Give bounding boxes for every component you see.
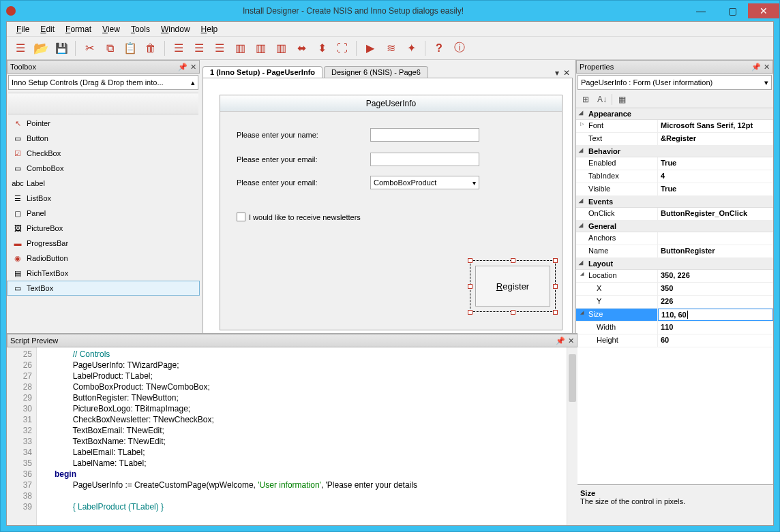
prop-row-size[interactable]: Size110, 60 <box>576 309 773 322</box>
plugin-icon[interactable]: ✦ <box>402 39 421 58</box>
form-canvas[interactable]: PageUserInfo Please enter your name: Ple… <box>220 95 562 330</box>
tab-close-icon[interactable]: ✕ <box>563 68 570 78</box>
toolbox-item-progressbar[interactable]: ▬ProgressBar <box>7 236 200 251</box>
toolbox-item-panel[interactable]: ▢Panel <box>7 206 200 221</box>
prop-category-appearance[interactable]: Appearance <box>576 108 773 120</box>
pin-icon[interactable]: 📌 <box>751 63 761 72</box>
script-editor[interactable]: 252627282930313233343536373839 // Contro… <box>7 347 578 525</box>
tab-menu-icon[interactable]: ▾ <box>555 68 559 78</box>
combobox-product[interactable]: ComboBoxProduct▾ <box>370 176 479 189</box>
resize-handle[interactable] <box>511 310 515 315</box>
prop-row-y[interactable]: Y226 <box>576 296 773 309</box>
prop-row-onclick[interactable]: OnClickButtonRegister_OnClick <box>576 208 773 221</box>
align-top-icon[interactable]: ▥ <box>230 39 250 58</box>
window-titlebar[interactable]: Install Designer - Create NSIS and Inno … <box>1 1 779 21</box>
resize-handle[interactable] <box>511 258 515 263</box>
toolbox-item-pointer[interactable]: ↖Pointer <box>7 116 200 131</box>
prop-category-behavior[interactable]: Behavior <box>576 146 773 157</box>
align-bottom-icon[interactable]: ▥ <box>271 39 290 58</box>
open-icon[interactable]: 📂 <box>31 39 50 58</box>
about-icon[interactable]: ⓘ <box>450 39 469 58</box>
prop-category-general[interactable]: General <box>576 221 773 232</box>
pin-icon[interactable]: 📌 <box>178 63 188 72</box>
resize-handle[interactable] <box>468 284 472 289</box>
menu-edit[interactable]: Edit <box>35 23 60 35</box>
prop-row-location[interactable]: Location350, 226 <box>576 270 773 283</box>
toolbox-category-dropdown[interactable]: Inno Setup Controls (Drag & Drop them in… <box>8 75 198 90</box>
size-both-icon[interactable]: ⛶ <box>333 39 352 58</box>
textbox-name[interactable] <box>370 128 479 142</box>
tab-inactive[interactable]: Designer 6 (NSIS) - Page6 <box>324 66 428 78</box>
resize-handle[interactable] <box>468 310 472 315</box>
copy-icon[interactable]: ⧉ <box>100 39 119 58</box>
prop-row-anchors[interactable]: Anchors <box>576 232 773 245</box>
combobox-icon: ▭ <box>13 163 22 173</box>
alphabetical-icon[interactable]: A↓ <box>595 93 609 106</box>
prop-row-height[interactable]: Height60 <box>576 334 773 347</box>
prop-row-enabled[interactable]: EnabledTrue <box>576 157 773 170</box>
property-object-selector[interactable]: PageUserInfo : Form (User information) ▾ <box>578 75 772 90</box>
toolbox-item-richtextbox[interactable]: ▤RichTextBox <box>7 266 200 281</box>
run-icon[interactable]: ▶ <box>361 39 380 58</box>
textbox-email[interactable] <box>370 153 479 166</box>
panel-close-icon[interactable]: ✕ <box>190 63 196 72</box>
menu-help[interactable]: Help <box>196 23 224 35</box>
toolbox-item-checkbox[interactable]: ☑CheckBox <box>7 146 200 161</box>
resize-handle[interactable] <box>553 258 558 263</box>
categorized-icon[interactable]: ⊞ <box>579 93 592 106</box>
tab-active[interactable]: 1 (Inno Setup) - PageUserInfo <box>202 66 322 78</box>
vertical-scrollbar[interactable] <box>567 347 578 525</box>
scroll-thumb[interactable] <box>569 354 576 402</box>
menu-tools[interactable]: Tools <box>125 23 155 35</box>
panel-close-icon[interactable]: ✕ <box>568 337 574 345</box>
panel-close-icon[interactable]: ✕ <box>764 63 770 72</box>
paste-icon[interactable]: 📋 <box>121 39 140 58</box>
save-icon[interactable]: 💾 <box>52 39 71 58</box>
prop-category-events[interactable]: Events <box>576 196 773 208</box>
menu-format[interactable]: Format <box>60 23 97 35</box>
toolbox-item-listbox[interactable]: ☰ListBox <box>7 191 200 206</box>
toolbox-item-picturebox[interactable]: 🖼PictureBox <box>7 221 200 236</box>
prop-row-tabindex[interactable]: TabIndex4 <box>576 170 773 183</box>
menu-view[interactable]: View <box>97 23 125 35</box>
toolbox-item-textbox[interactable]: ▭TextBox <box>7 281 200 296</box>
align-middle-icon[interactable]: ▥ <box>251 39 270 58</box>
properties-toolbar: ⊞ A↓ ▦ <box>576 91 773 108</box>
size-height-icon[interactable]: ⬍ <box>312 39 331 58</box>
cut-icon[interactable]: ✂ <box>80 39 99 58</box>
close-button[interactable]: ✕ <box>748 3 779 18</box>
layers-icon[interactable]: ≋ <box>381 39 400 58</box>
maximize-button[interactable]: ▢ <box>717 3 748 18</box>
prop-row-width[interactable]: Width110 <box>576 322 773 334</box>
properties-header: Properties 📌✕ <box>576 60 773 74</box>
toolbox-item-combobox[interactable]: ▭ComboBox <box>7 161 200 176</box>
toolbox-item-radiobutton[interactable]: ◉RadioButton <box>7 251 200 266</box>
resize-handle[interactable] <box>553 284 558 289</box>
prop-row-name[interactable]: NameButtonRegister <box>576 245 773 258</box>
minimize-button[interactable]: ― <box>685 3 717 18</box>
prop-category-layout[interactable]: Layout <box>576 258 773 270</box>
align-right-icon[interactable]: ☰ <box>210 39 229 58</box>
resize-handle[interactable] <box>553 310 558 315</box>
help-icon[interactable]: ? <box>430 39 449 58</box>
toolbox-item-label[interactable]: abcLabel <box>7 176 200 191</box>
prop-row-text[interactable]: Text&Register <box>576 133 773 146</box>
prop-row-font[interactable]: FontMicrosoft Sans Serif, 12pt <box>576 120 773 133</box>
align-left-icon[interactable]: ☰ <box>169 39 188 58</box>
new-icon[interactable]: ☰ <box>11 39 30 58</box>
pin-icon[interactable]: 📌 <box>556 337 565 345</box>
prop-row-x[interactable]: X350 <box>576 283 773 296</box>
checkbox-newsletter[interactable]: I would like to receive newsletters <box>237 213 361 221</box>
delete-icon[interactable]: 🗑 <box>141 39 160 58</box>
menu-file[interactable]: File <box>11 23 35 35</box>
toolbox-item-button[interactable]: ▭Button <box>7 131 200 146</box>
property-pages-icon[interactable]: ▦ <box>615 93 629 106</box>
resize-handle[interactable] <box>468 258 472 263</box>
property-grid[interactable]: AppearanceFontMicrosoft Sans Serif, 12pt… <box>576 108 773 484</box>
align-center-icon[interactable]: ☰ <box>190 39 209 58</box>
size-width-icon[interactable]: ⬌ <box>292 39 311 58</box>
prop-row-visible[interactable]: VisibleTrue <box>576 183 773 196</box>
toolbox-header: Toolbox 📌✕ <box>7 60 200 74</box>
menu-window[interactable]: Window <box>155 23 196 35</box>
window-title: Install Designer - Create NSIS and Inno … <box>21 6 685 16</box>
